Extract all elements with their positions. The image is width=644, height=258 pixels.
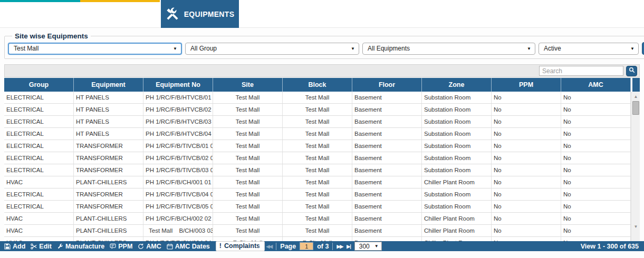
page-size-value: 300 (359, 243, 370, 250)
cell-site: Test Mall (213, 225, 283, 236)
table-row[interactable]: ELECTRICALHT PANELSPH 1/RC/F/B/HTVCB/01 … (4, 92, 640, 104)
calendar-icon (167, 243, 173, 250)
cell-amc: No (561, 152, 631, 164)
scroll-up-icon[interactable]: ▲ (631, 93, 640, 101)
top-tab-bar: EQUIPMENTS (0, 0, 644, 28)
page-number-input[interactable] (300, 242, 313, 250)
table-row[interactable]: ELECTRICALTRANSFORMERPH 1/RC/F/B/TIVCB/0… (4, 201, 640, 213)
status-select-value: Active (544, 45, 561, 52)
column-header-site[interactable]: Site (213, 78, 283, 92)
first-page-icon[interactable]: |◀ (258, 244, 262, 249)
cell-amc: No (561, 92, 631, 103)
chevron-down-icon: ▼ (630, 46, 635, 51)
column-header-group[interactable]: Group (4, 78, 74, 92)
chevron-down-icon: ▼ (351, 46, 355, 51)
edit-button[interactable]: Edit (29, 243, 53, 250)
site-select[interactable]: Test Mall ▼ (8, 43, 182, 55)
cell-block: Test Mall (283, 213, 352, 224)
cell-block: Test Mall (283, 188, 352, 200)
complaints-button[interactable]: !Complaints (216, 241, 265, 251)
column-header-ppm[interactable]: PPM (492, 78, 561, 92)
cell-zone: Substation Room (422, 164, 492, 176)
search-button[interactable] (626, 66, 637, 76)
table-row[interactable]: ELECTRICALHT PANELSPH 1/RC/F/B/HTVCB/03 … (4, 116, 640, 128)
table-row[interactable]: ELECTRICALTRANSFORMERPH 1/RC/F/B/TIVCB/0… (4, 164, 640, 176)
amc-button[interactable]: AMC (136, 243, 162, 250)
cell-equipment: TRANSFORMER (74, 164, 143, 176)
cell-floor: Basement (352, 140, 422, 152)
cell-site: Test Mall (213, 152, 283, 164)
cell-amc: No (561, 188, 631, 200)
cell-equipment: PLANT-CHILLERS (74, 213, 143, 224)
cell-group: ELECTRICAL (4, 92, 74, 103)
scrollbar-thumb[interactable] (632, 101, 639, 115)
footer-button-label: AMC (146, 243, 161, 250)
cell-site: Test Mall (213, 92, 283, 103)
cell-ppm: No (492, 104, 561, 115)
cell-group: ELECTRICAL (4, 116, 74, 127)
vertical-scrollbar[interactable]: ▲ ▼ (631, 92, 640, 241)
cell-equipment-no: PH 1/RC/F/B/TIVCB/01 01 (143, 140, 213, 152)
pagination-divider (276, 243, 276, 250)
scroll-down-icon[interactable]: ▼ (631, 223, 640, 231)
cell-zone: Substation Room (422, 188, 492, 200)
prev-page-icon[interactable]: ◀◀ (266, 244, 272, 249)
cell-floor: Basement (352, 225, 422, 236)
cell-equipment-no: PH 1/RC/F/B/TIVCB/02 02 (143, 152, 213, 164)
column-header-floor[interactable]: Floor (352, 78, 422, 92)
cell-amc: No (561, 164, 631, 176)
table-row[interactable]: ELECTRICALTRANSFORMERPH 1/RC/F/B/TIVCB/0… (4, 188, 640, 201)
cell-group: ELECTRICAL (4, 188, 74, 200)
ppm-button[interactable]: PPM (108, 243, 134, 250)
cell-zone: Substation Room (422, 140, 492, 152)
status-select[interactable]: Active ▼ (539, 43, 639, 55)
table-row[interactable]: HVACPLANT-CHILLERSTest MallB/CH/003 03Te… (4, 225, 640, 237)
search-input[interactable] (539, 66, 623, 76)
tab-equipments[interactable]: EQUIPMENTS (161, 0, 239, 28)
table-row[interactable]: ELECTRICALTRANSFORMERPH 1/RC/F/B/TIVCB/0… (4, 152, 640, 164)
last-page-icon[interactable]: ▶| (347, 244, 350, 249)
column-header-zone[interactable]: Zone (422, 78, 492, 92)
cell-equipment-no: Test MallB/CH/003 03 (143, 225, 213, 236)
cell-block: Test Mall (283, 201, 352, 212)
header-scrollbar-stub (631, 78, 640, 92)
amc-dates-button[interactable]: AMC Dates (165, 243, 212, 250)
page-size-select[interactable]: 300 ▼ (354, 242, 382, 251)
next-page-icon[interactable]: ▶▶ (337, 244, 343, 249)
table-row[interactable]: HVACPLANT-CHILLERSPH 1/RC/F/B/CH/001 01T… (4, 176, 640, 188)
manufacture-button[interactable]: Manufacture (55, 243, 106, 250)
footer-button-label: Manufacture (65, 243, 104, 250)
cell-ppm: No (492, 201, 561, 212)
equipment-select-value: All Equipments (368, 45, 410, 52)
table-row[interactable]: ELECTRICALHT PANELSPH 1/RC/F/B/HTVCB/04 … (4, 128, 640, 140)
column-header-amc[interactable]: AMC (561, 78, 631, 92)
cell-amc: No (561, 201, 631, 212)
grid-footer-bar: AddEditManufacturePPMAMCAMC Dates!Compla… (0, 241, 644, 251)
group-select[interactable]: All Group ▼ (185, 43, 359, 55)
cell-equipment: HT PANELS (74, 92, 143, 103)
column-header-equipment-no[interactable]: Equipment No (143, 78, 213, 92)
cell-equipment: HT PANELS (74, 128, 143, 140)
view-button[interactable]: V (642, 42, 644, 55)
equipments-table: Group Equipment Equipment No Site Block … (4, 78, 640, 241)
refresh-hand-icon (138, 243, 144, 250)
add-button[interactable]: Add (3, 243, 27, 250)
table-row[interactable]: ELECTRICALHT PANELSPH 1/RC/F/B/HTVCB/02 … (4, 104, 640, 116)
footer-button-label: Edit (39, 243, 52, 250)
table-row[interactable]: ELECTRICALTRANSFORMERPH 1/RC/F/B/TIVCB/0… (4, 140, 640, 152)
column-header-block[interactable]: Block (283, 78, 352, 92)
cell-zone: Substation Room (422, 104, 492, 115)
cell-group: ELECTRICAL (4, 128, 74, 140)
cell-floor: Basement (352, 201, 422, 212)
pagination-divider (332, 243, 333, 250)
cell-amc: No (561, 225, 631, 236)
equipment-select[interactable]: All Equipments ▼ (362, 43, 535, 55)
column-header-equipment[interactable]: Equipment (74, 78, 143, 92)
cell-equipment-no: PH 1/RC/F/B/HTVCB/01 0 (143, 92, 213, 103)
cell-ppm: No (492, 152, 561, 164)
cell-zone: Chiller Plant Room (422, 176, 492, 188)
chevron-down-icon: ▼ (527, 46, 531, 51)
table-row[interactable]: HVACPLANT-CHILLERSPH 1/RC/F/B/CH/002 02T… (4, 213, 640, 225)
footer-button-label: Add (13, 243, 25, 250)
cell-equipment: PLANT-CHILLERS (74, 176, 143, 188)
